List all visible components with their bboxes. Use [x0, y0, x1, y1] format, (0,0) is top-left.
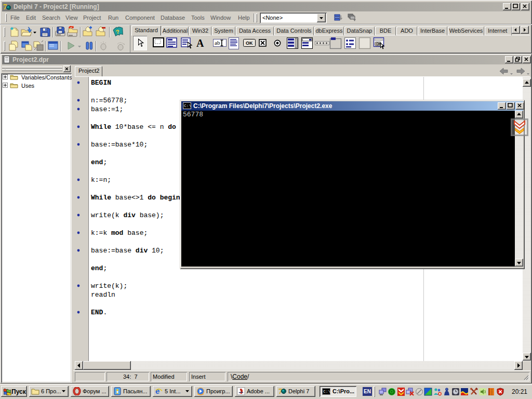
svg-text:e: e — [155, 387, 159, 395]
svg-text:ab: ab — [215, 39, 220, 46]
svg-text:A: A — [196, 37, 204, 49]
svg-text:OK: OK — [246, 41, 253, 46]
